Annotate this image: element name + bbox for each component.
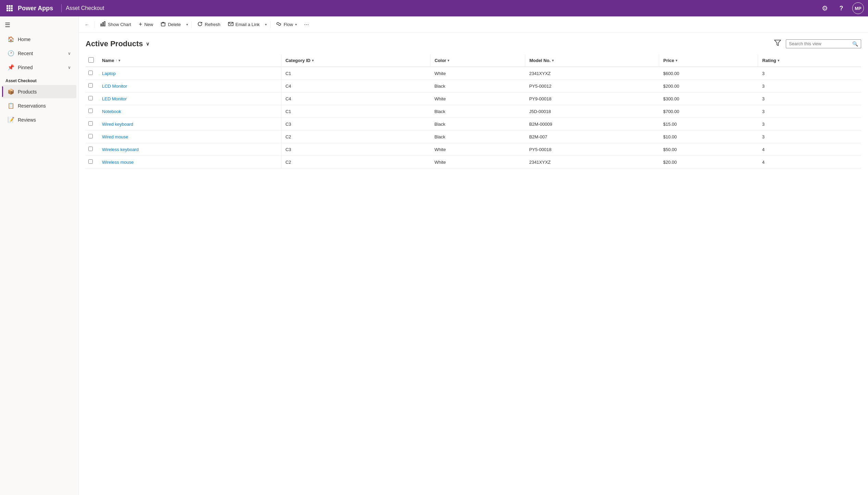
layout: ☰ 🏠 Home 🕐 Recent ∨ 📌 Pinned ∨ Asset Che… bbox=[0, 16, 868, 495]
row-checkbox-0[interactable] bbox=[88, 71, 93, 75]
col-header-rating: Rating ▾ bbox=[758, 54, 861, 67]
app-name: Power Apps bbox=[18, 5, 53, 12]
flow-label: Flow bbox=[284, 22, 293, 27]
row-rating-6: 4 bbox=[758, 143, 861, 156]
back-button[interactable]: ← bbox=[81, 19, 92, 30]
email-dropdown-arrow-icon: ▾ bbox=[265, 23, 267, 26]
row-name-2[interactable]: LED Monitor bbox=[98, 92, 281, 105]
row-checkbox-cell[interactable] bbox=[86, 105, 98, 118]
view-title-chevron-icon[interactable]: ∨ bbox=[146, 41, 149, 47]
avatar[interactable]: MP bbox=[852, 2, 864, 14]
row-checkbox-4[interactable] bbox=[88, 121, 93, 126]
sidebar-item-reservations[interactable]: 📋 Reservations bbox=[2, 99, 76, 112]
name-sort-dropdown-icon[interactable]: ▾ bbox=[118, 59, 120, 62]
row-name-7[interactable]: Wireless mouse bbox=[98, 156, 281, 169]
row-checkbox-cell[interactable] bbox=[86, 156, 98, 169]
svg-rect-4 bbox=[9, 8, 11, 9]
sidebar-item-reviews[interactable]: 📝 Reviews bbox=[2, 113, 76, 126]
refresh-button[interactable]: Refresh bbox=[194, 19, 224, 30]
model-sort-icon[interactable]: ▾ bbox=[552, 59, 554, 62]
table-row: Laptop C1 White 2341XYXZ $600.00 3 bbox=[86, 67, 861, 80]
email-dropdown-button[interactable]: ▾ bbox=[264, 19, 268, 30]
recent-icon: 🕐 bbox=[8, 50, 14, 57]
row-name-3[interactable]: Notebook bbox=[98, 105, 281, 118]
row-price-2: $300.00 bbox=[659, 92, 758, 105]
row-name-5[interactable]: Wired mouse bbox=[98, 131, 281, 143]
command-bar: ← Show Chart + New bbox=[79, 16, 868, 33]
topbar: Power Apps Asset Checkout ⚙ ? MP bbox=[0, 0, 868, 16]
name-sort-asc-icon[interactable]: ↑ bbox=[115, 59, 117, 62]
more-button[interactable]: ⋯ bbox=[301, 19, 312, 30]
settings-icon[interactable]: ⚙ bbox=[819, 3, 830, 14]
select-all-header[interactable] bbox=[86, 54, 98, 67]
row-name-1[interactable]: LCD Monitor bbox=[98, 80, 281, 92]
row-checkbox-7[interactable] bbox=[88, 159, 93, 164]
row-checkbox-2[interactable] bbox=[88, 96, 93, 100]
new-button[interactable]: + New bbox=[135, 19, 157, 30]
row-checkbox-cell[interactable] bbox=[86, 92, 98, 105]
filter-icon[interactable] bbox=[773, 38, 782, 49]
svg-rect-7 bbox=[9, 10, 11, 11]
row-color-1: Black bbox=[430, 80, 525, 92]
show-chart-button[interactable]: Show Chart bbox=[97, 19, 135, 30]
row-rating-2: 3 bbox=[758, 92, 861, 105]
flow-button[interactable]: Flow ▾ bbox=[273, 19, 300, 30]
new-label: New bbox=[144, 22, 153, 27]
row-model-1: PY5-00012 bbox=[525, 80, 659, 92]
row-price-1: $200.00 bbox=[659, 80, 758, 92]
row-name-0[interactable]: Laptop bbox=[98, 67, 281, 80]
svg-rect-10 bbox=[102, 23, 103, 26]
row-checkbox-6[interactable] bbox=[88, 147, 93, 151]
row-model-3: J5D-00018 bbox=[525, 105, 659, 118]
row-checkbox-1[interactable] bbox=[88, 83, 93, 88]
row-category-7: C2 bbox=[281, 156, 430, 169]
row-color-4: Black bbox=[430, 118, 525, 131]
sidebar-pinned-label: Pinned bbox=[18, 65, 33, 70]
topbar-divider bbox=[61, 4, 62, 12]
price-sort-icon[interactable]: ▾ bbox=[676, 59, 677, 62]
table-row: Wireless mouse C2 White 2341XYXZ $20.00 … bbox=[86, 156, 861, 169]
row-price-0: $600.00 bbox=[659, 67, 758, 80]
row-checkbox-cell[interactable] bbox=[86, 143, 98, 156]
sidebar-section-label: Asset Checkout bbox=[0, 74, 78, 85]
row-checkbox-cell[interactable] bbox=[86, 80, 98, 92]
page-name: Asset Checkout bbox=[66, 5, 104, 11]
rating-sort-icon[interactable]: ▾ bbox=[778, 59, 779, 62]
flow-dropdown-arrow-icon: ▾ bbox=[295, 23, 297, 26]
search-input[interactable] bbox=[789, 41, 850, 46]
svg-marker-18 bbox=[775, 40, 781, 46]
search-box[interactable]: 🔍 bbox=[786, 39, 861, 48]
sidebar: ☰ 🏠 Home 🕐 Recent ∨ 📌 Pinned ∨ Asset Che… bbox=[0, 16, 79, 495]
row-name-4[interactable]: Wired keyboard bbox=[98, 118, 281, 131]
color-sort-icon[interactable]: ▾ bbox=[448, 59, 449, 62]
row-checkbox-cell[interactable] bbox=[86, 118, 98, 131]
svg-rect-5 bbox=[11, 8, 13, 9]
sidebar-item-pinned[interactable]: 📌 Pinned ∨ bbox=[2, 61, 76, 74]
show-chart-label: Show Chart bbox=[108, 22, 131, 27]
topbar-right: ⚙ ? MP bbox=[819, 2, 864, 14]
delete-label: Delete bbox=[168, 22, 181, 27]
row-checkbox-5[interactable] bbox=[88, 134, 93, 138]
sidebar-item-home[interactable]: 🏠 Home bbox=[2, 33, 76, 46]
app-launcher-icon[interactable] bbox=[4, 3, 15, 14]
sidebar-reservations-label: Reservations bbox=[18, 103, 46, 109]
col-header-price: Price ▾ bbox=[659, 54, 758, 67]
row-checkbox-3[interactable] bbox=[88, 109, 93, 113]
row-checkbox-cell[interactable] bbox=[86, 131, 98, 143]
delete-button[interactable]: Delete bbox=[157, 19, 184, 30]
row-checkbox-cell[interactable] bbox=[86, 67, 98, 80]
row-color-5: Black bbox=[430, 131, 525, 143]
row-category-1: C4 bbox=[281, 80, 430, 92]
help-icon[interactable]: ? bbox=[836, 3, 847, 14]
sidebar-item-products[interactable]: 📦 Products bbox=[2, 85, 76, 98]
row-color-2: White bbox=[430, 92, 525, 105]
select-all-checkbox[interactable] bbox=[88, 57, 94, 63]
category-sort-icon[interactable]: ▾ bbox=[312, 59, 314, 62]
recent-chevron-icon: ∨ bbox=[68, 51, 71, 56]
sidebar-products-label: Products bbox=[18, 89, 37, 95]
sidebar-item-recent[interactable]: 🕐 Recent ∨ bbox=[2, 47, 76, 60]
row-name-6[interactable]: Wireless keyboard bbox=[98, 143, 281, 156]
delete-dropdown-button[interactable]: ▾ bbox=[185, 19, 189, 30]
hamburger-menu[interactable]: ☰ bbox=[0, 18, 78, 32]
email-link-button[interactable]: Email a Link bbox=[225, 19, 263, 30]
